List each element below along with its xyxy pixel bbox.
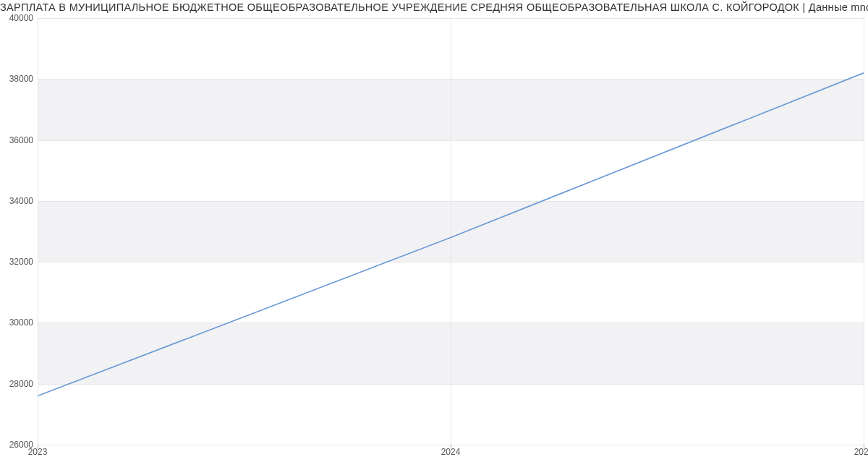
y-tick-label: 30000 [0, 317, 33, 328]
y-tick-label: 36000 [0, 135, 33, 145]
y-tick-label: 28000 [0, 379, 33, 389]
x-tick-label: 2025 [854, 447, 868, 457]
series-line [38, 73, 864, 396]
gridline-v [864, 18, 864, 445]
y-tick-label: 34000 [0, 196, 33, 206]
y-tick-label: 40000 [0, 13, 33, 23]
chart-title: ЗАРПЛАТА В МУНИЦИПАЛЬНОЕ БЮДЖЕТНОЕ ОБЩЕО… [0, 1, 868, 13]
plot-area [38, 18, 864, 445]
line-layer [38, 18, 864, 445]
salary-line-chart: ЗАРПЛАТА В МУНИЦИПАЛЬНОЕ БЮДЖЕТНОЕ ОБЩЕО… [0, 0, 868, 470]
y-tick-label: 38000 [0, 74, 33, 84]
y-tick-label: 32000 [0, 257, 33, 267]
x-tick-mark [864, 445, 864, 449]
x-tick-mark [451, 445, 451, 449]
x-tick-mark [38, 445, 38, 449]
